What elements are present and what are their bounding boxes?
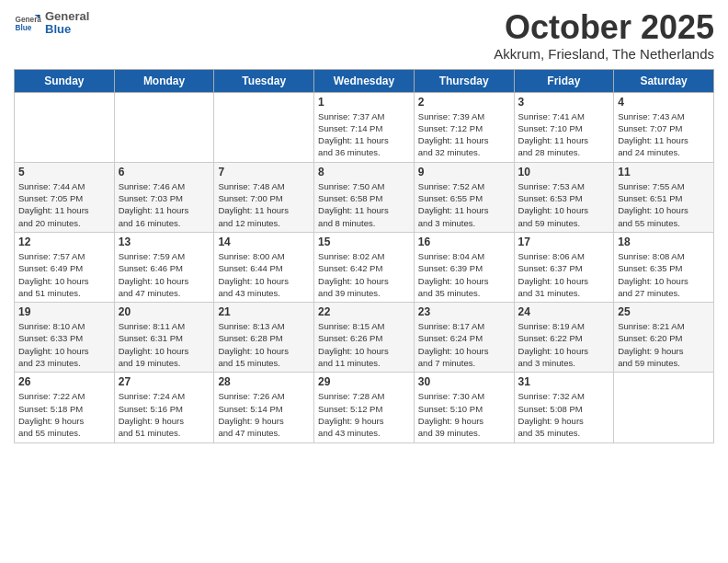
day-info: Sunrise: 8:08 AMSunset: 6:35 PMDaylight:…	[618, 250, 710, 299]
calendar-cell: 24Sunrise: 8:19 AMSunset: 6:22 PMDayligh…	[514, 303, 614, 373]
calendar-cell: 1Sunrise: 7:37 AMSunset: 7:14 PMDaylight…	[314, 92, 415, 162]
calendar-week-4: 19Sunrise: 8:10 AMSunset: 6:33 PMDayligh…	[15, 303, 714, 373]
day-info: Sunrise: 7:59 AMSunset: 6:46 PMDaylight:…	[119, 250, 210, 299]
logo-icon: General Blue	[14, 9, 41, 37]
day-info: Sunrise: 8:21 AMSunset: 6:20 PMDaylight:…	[618, 320, 710, 369]
weekday-header-saturday: Saturday	[614, 69, 714, 92]
calendar-cell: 21Sunrise: 8:13 AMSunset: 6:28 PMDayligh…	[214, 303, 314, 373]
calendar-cell: 19Sunrise: 8:10 AMSunset: 6:33 PMDayligh…	[15, 303, 115, 373]
day-number: 3	[518, 96, 610, 109]
day-number: 4	[618, 96, 710, 109]
svg-text:Blue: Blue	[16, 24, 32, 32]
calendar-cell: 13Sunrise: 7:59 AMSunset: 6:46 PMDayligh…	[114, 232, 214, 302]
day-info: Sunrise: 7:55 AMSunset: 6:51 PMDaylight:…	[618, 180, 710, 229]
day-info: Sunrise: 7:52 AMSunset: 6:55 PMDaylight:…	[418, 180, 510, 229]
day-number: 8	[318, 166, 410, 178]
day-info: Sunrise: 8:04 AMSunset: 6:39 PMDaylight:…	[418, 250, 510, 299]
calendar-cell: 14Sunrise: 8:00 AMSunset: 6:44 PMDayligh…	[214, 232, 314, 302]
day-number: 20	[119, 305, 210, 318]
weekday-header-friday: Friday	[514, 69, 614, 92]
calendar-cell: 9Sunrise: 7:52 AMSunset: 6:55 PMDaylight…	[414, 162, 514, 232]
day-number: 5	[18, 166, 110, 178]
calendar-cell: 10Sunrise: 7:53 AMSunset: 6:53 PMDayligh…	[514, 162, 614, 232]
day-info: Sunrise: 8:13 AMSunset: 6:28 PMDaylight:…	[218, 320, 310, 369]
calendar-cell: 25Sunrise: 8:21 AMSunset: 6:20 PMDayligh…	[614, 303, 714, 373]
day-number: 12	[18, 236, 110, 248]
day-info: Sunrise: 8:17 AMSunset: 6:24 PMDaylight:…	[418, 320, 510, 369]
day-info: Sunrise: 7:41 AMSunset: 7:10 PMDaylight:…	[518, 110, 610, 159]
month-title: October 2025	[494, 9, 714, 46]
calendar-cell: 2Sunrise: 7:39 AMSunset: 7:12 PMDaylight…	[414, 92, 514, 162]
day-number: 6	[119, 166, 210, 178]
page-container: General Blue General Blue October 2025 A…	[0, 0, 728, 453]
day-number: 23	[418, 305, 510, 318]
calendar-cell: 5Sunrise: 7:44 AMSunset: 7:05 PMDaylight…	[15, 162, 115, 232]
calendar-cell: 20Sunrise: 8:11 AMSunset: 6:31 PMDayligh…	[114, 303, 214, 373]
day-number: 16	[418, 236, 510, 248]
logo-general: General	[45, 10, 89, 23]
calendar-cell	[15, 92, 115, 162]
day-info: Sunrise: 7:48 AMSunset: 7:00 PMDaylight:…	[218, 180, 310, 229]
day-info: Sunrise: 7:30 AMSunset: 5:10 PMDaylight:…	[418, 390, 510, 439]
calendar-header: SundayMondayTuesdayWednesdayThursdayFrid…	[15, 69, 714, 92]
day-info: Sunrise: 7:57 AMSunset: 6:49 PMDaylight:…	[18, 250, 110, 299]
calendar-cell: 23Sunrise: 8:17 AMSunset: 6:24 PMDayligh…	[414, 303, 514, 373]
calendar-table: SundayMondayTuesdayWednesdayThursdayFrid…	[14, 69, 714, 443]
day-info: Sunrise: 7:37 AMSunset: 7:14 PMDaylight:…	[318, 110, 410, 159]
day-number: 21	[218, 305, 310, 318]
day-info: Sunrise: 7:28 AMSunset: 5:12 PMDaylight:…	[318, 390, 410, 439]
calendar-cell: 27Sunrise: 7:24 AMSunset: 5:16 PMDayligh…	[114, 373, 214, 442]
location: Akkrum, Friesland, The Netherlands	[494, 46, 714, 62]
calendar-cell: 4Sunrise: 7:43 AMSunset: 7:07 PMDaylight…	[614, 92, 714, 162]
day-number: 27	[119, 375, 210, 388]
day-number: 7	[218, 166, 310, 178]
day-number: 2	[418, 96, 510, 109]
calendar-week-1: 1Sunrise: 7:37 AMSunset: 7:14 PMDaylight…	[15, 92, 714, 162]
weekday-header-row: SundayMondayTuesdayWednesdayThursdayFrid…	[15, 69, 714, 92]
weekday-header-tuesday: Tuesday	[214, 69, 314, 92]
day-info: Sunrise: 7:24 AMSunset: 5:16 PMDaylight:…	[119, 390, 210, 439]
day-number: 30	[418, 375, 510, 388]
day-info: Sunrise: 7:26 AMSunset: 5:14 PMDaylight:…	[218, 390, 310, 439]
calendar-cell: 31Sunrise: 7:32 AMSunset: 5:08 PMDayligh…	[514, 373, 614, 442]
calendar-cell: 17Sunrise: 8:06 AMSunset: 6:37 PMDayligh…	[514, 232, 614, 302]
calendar-cell	[614, 373, 714, 442]
day-info: Sunrise: 7:50 AMSunset: 6:58 PMDaylight:…	[318, 180, 410, 229]
calendar-week-3: 12Sunrise: 7:57 AMSunset: 6:49 PMDayligh…	[15, 232, 714, 302]
day-number: 29	[318, 375, 410, 388]
header: General Blue General Blue October 2025 A…	[14, 9, 714, 62]
calendar-cell: 7Sunrise: 7:48 AMSunset: 7:00 PMDaylight…	[214, 162, 314, 232]
day-number: 11	[618, 166, 710, 178]
day-number: 24	[518, 305, 610, 318]
calendar-cell: 29Sunrise: 7:28 AMSunset: 5:12 PMDayligh…	[314, 373, 415, 442]
day-number: 31	[518, 375, 610, 388]
day-number: 28	[218, 375, 310, 388]
day-info: Sunrise: 8:10 AMSunset: 6:33 PMDaylight:…	[18, 320, 110, 369]
day-number: 25	[618, 305, 710, 318]
day-info: Sunrise: 7:46 AMSunset: 7:03 PMDaylight:…	[119, 180, 210, 229]
weekday-header-sunday: Sunday	[15, 69, 115, 92]
day-number: 1	[318, 96, 410, 109]
calendar-cell: 6Sunrise: 7:46 AMSunset: 7:03 PMDaylight…	[114, 162, 214, 232]
calendar-cell: 30Sunrise: 7:30 AMSunset: 5:10 PMDayligh…	[414, 373, 514, 442]
calendar-cell	[114, 92, 214, 162]
calendar-cell: 12Sunrise: 7:57 AMSunset: 6:49 PMDayligh…	[15, 232, 115, 302]
day-number: 9	[418, 166, 510, 178]
day-number: 14	[218, 236, 310, 248]
day-info: Sunrise: 7:39 AMSunset: 7:12 PMDaylight:…	[418, 110, 510, 159]
calendar-week-2: 5Sunrise: 7:44 AMSunset: 7:05 PMDaylight…	[15, 162, 714, 232]
calendar-cell: 28Sunrise: 7:26 AMSunset: 5:14 PMDayligh…	[214, 373, 314, 442]
day-number: 18	[618, 236, 710, 248]
day-number: 19	[18, 305, 110, 318]
calendar-cell: 8Sunrise: 7:50 AMSunset: 6:58 PMDaylight…	[314, 162, 415, 232]
day-info: Sunrise: 8:15 AMSunset: 6:26 PMDaylight:…	[318, 320, 410, 369]
calendar-cell: 15Sunrise: 8:02 AMSunset: 6:42 PMDayligh…	[314, 232, 415, 302]
day-info: Sunrise: 8:11 AMSunset: 6:31 PMDaylight:…	[119, 320, 210, 369]
day-info: Sunrise: 8:06 AMSunset: 6:37 PMDaylight:…	[518, 250, 610, 299]
weekday-header-wednesday: Wednesday	[314, 69, 415, 92]
day-info: Sunrise: 7:44 AMSunset: 7:05 PMDaylight:…	[18, 180, 110, 229]
day-info: Sunrise: 8:02 AMSunset: 6:42 PMDaylight:…	[318, 250, 410, 299]
day-number: 10	[518, 166, 610, 178]
day-info: Sunrise: 7:32 AMSunset: 5:08 PMDaylight:…	[518, 390, 610, 439]
day-info: Sunrise: 7:53 AMSunset: 6:53 PMDaylight:…	[518, 180, 610, 229]
